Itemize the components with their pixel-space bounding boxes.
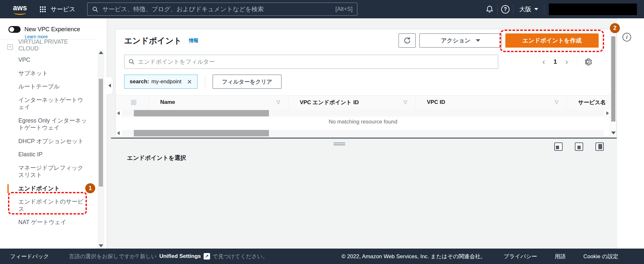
aws-console-page: aws サービス [Alt+S] ? 大阪: [0, 0, 644, 264]
table-vertical-scrollbar[interactable]: [610, 29, 616, 137]
horizontal-scrollbar-thumb[interactable]: [134, 110, 269, 116]
external-link-icon: ↗: [204, 253, 210, 259]
pagination: ‹ 1 ›: [539, 57, 592, 67]
footer-bar: フィードバック 言語の選択をお探しですか? 新しい Unified Settin…: [0, 249, 644, 264]
privacy-link[interactable]: プライバシー: [504, 253, 537, 260]
sidebar-collapse-tab[interactable]: [106, 76, 113, 95]
sort-icon[interactable]: ▽: [276, 99, 280, 105]
search-shortcut-hint: [Alt+S]: [335, 6, 353, 13]
scroll-down-icon[interactable]: [99, 244, 103, 247]
endpoints-card: エンドポイント 情報 アクション エンドポイントを作成: [115, 29, 617, 137]
learn-more-link[interactable]: Learn more: [25, 34, 48, 39]
endpoint-filter-input[interactable]: [138, 59, 494, 65]
column-header-vpc-endpoint-id[interactable]: VPC エンドポイント ID ▽: [288, 96, 415, 109]
vpc-sidebar: New VPC Experience Learn more − VIRTUAL …: [0, 18, 107, 249]
region-selector[interactable]: 大阪: [515, 5, 543, 14]
scroll-right-icon[interactable]: [606, 111, 609, 115]
chevron-down-icon: [476, 39, 480, 42]
search-icon: [92, 6, 98, 13]
select-all-cell: [115, 96, 149, 109]
language-note-suffix: で見つけてください。: [213, 253, 268, 260]
sidebar-section-virtual-private-cloud: − VIRTUAL PRIVATE CLOUD: [18, 39, 88, 52]
services-menu-button[interactable]: サービス: [51, 5, 75, 14]
sidebar-item-managed-prefix-lists[interactable]: マネージドプレフィックスリスト: [18, 164, 88, 179]
help-icon[interactable]: ?: [499, 5, 512, 14]
clear-filters-button[interactable]: フィルターをクリア: [213, 75, 281, 89]
settings-gear-icon[interactable]: [583, 57, 592, 66]
remove-filter-icon[interactable]: ✕: [187, 78, 192, 86]
cookie-settings-link[interactable]: Cookie の設定: [584, 253, 619, 260]
table-header-row: Name ▽ VPC エンドポイント ID ▽ VPC ID ▽ サービス名: [115, 95, 611, 109]
unified-settings-link[interactable]: Unified Settings: [159, 253, 201, 259]
topbar-divider: [513, 5, 513, 14]
layout-side-panel-icon[interactable]: [595, 142, 604, 151]
sidebar-item-egress-only-gateways[interactable]: Egress Only インターネットゲートウェイ: [18, 117, 88, 132]
info-link[interactable]: 情報: [189, 38, 198, 44]
section-collapse-icon[interactable]: −: [7, 44, 13, 50]
table-horizontal-scrollbar[interactable]: [115, 109, 611, 117]
copyright-text: © 2022, Amazon Web Services, Inc. またはその関…: [342, 253, 486, 260]
filter-tag-key: search:: [130, 78, 149, 85]
horizontal-scrollbar-thumb[interactable]: [134, 130, 269, 136]
scroll-up-icon[interactable]: [99, 51, 103, 54]
sidebar-scrollbar[interactable]: [97, 50, 104, 249]
notifications-bell-icon[interactable]: [483, 5, 496, 14]
aws-logo-smile: [14, 11, 26, 15]
column-header-service-name[interactable]: サービス名: [566, 96, 611, 109]
help-panel-strip: i: [617, 18, 644, 249]
sort-icon[interactable]: ▽: [555, 99, 558, 105]
current-page-number: 1: [552, 58, 559, 65]
collapse-left-icon: [108, 84, 111, 87]
chevron-down-icon: [534, 8, 538, 10]
sidebar-scrollbar-thumb[interactable]: [99, 79, 103, 187]
aws-logo[interactable]: aws: [12, 4, 28, 14]
feedback-link[interactable]: フィードバック: [10, 253, 49, 260]
sidebar-nav: − VIRTUAL PRIVATE CLOUD VPC サブネット ルートテーブ…: [0, 39, 97, 248]
terms-link[interactable]: 用語: [555, 253, 566, 260]
sidebar-item-internet-gateways[interactable]: インターネットゲートウェイ: [18, 96, 88, 111]
vertical-scrollbar-thumb[interactable]: [611, 36, 615, 122]
scroll-down-icon[interactable]: [611, 132, 616, 134]
new-vpc-experience-toggle[interactable]: [8, 26, 21, 33]
actions-dropdown-button[interactable]: アクション: [419, 33, 501, 48]
top-navigation-bar: aws サービス [Alt+S] ? 大阪: [0, 0, 644, 18]
sort-icon[interactable]: ▽: [403, 99, 407, 105]
scroll-left-icon[interactable]: [117, 131, 120, 135]
next-page-button[interactable]: ›: [562, 58, 571, 66]
detail-panel: エンドポイントを選択: [111, 138, 617, 249]
sidebar-item-vpc[interactable]: VPC: [18, 56, 88, 64]
refresh-icon: [403, 36, 411, 45]
topbar-divider: [544, 5, 544, 14]
account-menu-redacted[interactable]: [549, 4, 637, 15]
footer-language-note: 言語の選択をお探しですか? 新しい Unified Settings ↗ で見つ…: [69, 253, 268, 260]
sidebar-item-subnets[interactable]: サブネット: [18, 70, 88, 77]
global-search-box[interactable]: [Alt+S]: [87, 3, 357, 16]
previous-page-button[interactable]: ‹: [539, 58, 548, 66]
global-search-input[interactable]: [102, 6, 335, 13]
column-header-vpc-id[interactable]: VPC ID ▽: [415, 96, 566, 109]
panel-resize-handle[interactable]: [334, 142, 345, 146]
create-endpoint-button[interactable]: エンドポイントを作成: [505, 33, 599, 48]
info-panel-icon[interactable]: i: [622, 33, 631, 41]
region-label: 大阪: [519, 5, 531, 14]
annotation-badge-1: 1: [85, 183, 95, 193]
detail-placeholder-text: エンドポイントを選択: [127, 154, 186, 162]
select-all-checkbox[interactable]: [131, 100, 136, 105]
services-grid-icon[interactable]: [40, 6, 41, 8]
column-header-name[interactable]: Name ▽: [149, 96, 288, 109]
layout-bottom-panel-icon[interactable]: [554, 142, 563, 151]
layout-split-panel-icon[interactable]: [575, 142, 583, 151]
table-horizontal-scrollbar-bottom[interactable]: [115, 129, 611, 137]
sidebar-item-dhcp-option-sets[interactable]: DHCP オプションセット: [18, 138, 88, 145]
sidebar-item-nat-gateways[interactable]: NAT ゲートウェイ: [18, 219, 88, 226]
sidebar-item-endpoint-services[interactable]: エンドポイントのサービス: [18, 198, 88, 213]
filter-tag-value: my-endpoint: [151, 78, 181, 85]
active-filter-tag: search: my-endpoint ✕: [124, 75, 198, 89]
sidebar-item-route-tables[interactable]: ルートテーブル: [18, 83, 88, 90]
sidebar-item-elastic-ip[interactable]: Elastic IP: [18, 151, 88, 158]
scroll-left-icon[interactable]: [117, 111, 120, 115]
refresh-button[interactable]: [399, 33, 416, 48]
sidebar-item-endpoints[interactable]: エンドポイント: [18, 185, 88, 192]
topbar-divider: [497, 5, 498, 14]
endpoint-filter-box[interactable]: [124, 55, 498, 69]
